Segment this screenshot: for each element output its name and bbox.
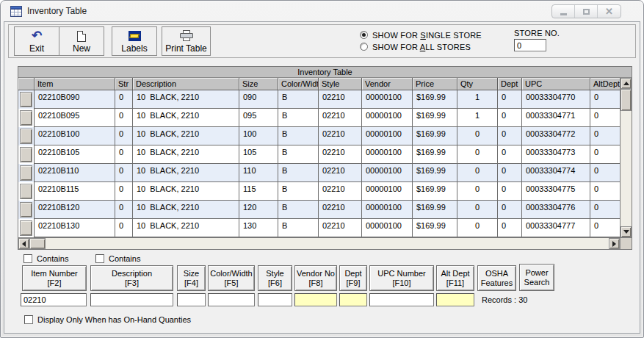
right-arrow-icon [612, 241, 616, 247]
filter-button-vendor-no[interactable]: Vendor No[F8] [294, 265, 337, 291]
scroll-left-button[interactable] [18, 238, 29, 249]
scroll-down-button[interactable] [621, 226, 632, 237]
col-header-upc[interactable]: UPC [522, 78, 590, 90]
row-selector[interactable] [18, 90, 35, 109]
cell-color-width: B [278, 90, 319, 109]
osha-features-button[interactable]: OSHAFeatures [477, 265, 516, 291]
power-search-button[interactable]: PowerSearch [519, 264, 554, 291]
row-selector[interactable] [18, 182, 35, 201]
cell-price: $169.99 [413, 90, 457, 109]
cell-price: $169.99 [413, 219, 457, 237]
item-number-filter-input[interactable] [21, 293, 87, 306]
col-header-item[interactable]: Item [35, 78, 115, 90]
cell-price: $169.99 [413, 182, 457, 201]
table-row[interactable]: 02210B110010 BLACK, 2210110B022100000010… [18, 164, 620, 182]
cell-item: 02210B100 [35, 127, 115, 145]
col-header-dept[interactable]: Dept [498, 78, 522, 90]
vertical-scrollbar[interactable] [620, 78, 632, 237]
vertical-scroll-thumb[interactable] [621, 89, 632, 111]
row-selector[interactable] [18, 201, 35, 219]
contains-checkbox-item[interactable]: Contains [23, 254, 68, 263]
row-selector[interactable] [18, 109, 35, 127]
filter-button-color-width[interactable]: Color/Width[F5] [208, 265, 255, 291]
print-table-button[interactable]: Print Table [162, 26, 211, 56]
store-scope-radio-group: SHOW FOR SINGLE STORE SHOW FOR ALL STORE… [360, 29, 482, 53]
table-row[interactable]: 02210B095010 BLACK, 2210095B022100000010… [18, 109, 620, 127]
table-row[interactable]: 02210B090010 BLACK, 2210090B022100000010… [18, 90, 620, 109]
filter-button-size[interactable]: Size[F4] [177, 265, 206, 291]
cell-price: $169.99 [413, 164, 457, 182]
window-controls: ✕ [551, 4, 621, 18]
row-selector[interactable] [18, 127, 35, 145]
cell-item: 02210B105 [35, 145, 115, 164]
maximize-button[interactable] [575, 5, 598, 18]
labels-button[interactable]: Labels [112, 26, 157, 56]
printer-icon [180, 30, 193, 42]
minimize-button[interactable] [552, 5, 575, 18]
upc-number-filter-input[interactable] [369, 293, 434, 306]
radio-all-stores[interactable]: SHOW FOR ALL STORES [360, 41, 482, 52]
cell-dept: 0 [498, 219, 522, 237]
col-header-size[interactable]: Size [239, 78, 278, 90]
description-filter-input[interactable] [90, 293, 173, 306]
cell-size: 115 [239, 182, 278, 201]
filter-button-description[interactable]: Description[F3] [90, 265, 173, 291]
cell-color-width: B [278, 201, 319, 219]
table-row[interactable]: 02210B130010 BLACK, 2210130B022100000010… [18, 219, 620, 237]
cell-size: 105 [239, 145, 278, 164]
cell-dept: 0 [498, 145, 522, 164]
cell-color-width: B [278, 164, 319, 182]
col-header-qty[interactable]: Qty [457, 78, 498, 90]
style-filter-input[interactable] [258, 293, 292, 306]
scroll-up-button[interactable] [621, 78, 632, 89]
cell-description: 10 BLACK, 2210 [133, 109, 239, 127]
table-row[interactable]: 02210B100010 BLACK, 2210100B022100000010… [18, 127, 620, 145]
vendor-no-filter-input[interactable] [294, 293, 337, 306]
filter-button-style[interactable]: Style[F6] [258, 265, 292, 291]
cell-vendor: 00000100 [362, 182, 413, 201]
cell-style: 02210 [319, 164, 362, 182]
radio-single-store[interactable]: SHOW FOR SINGLE STORE [360, 29, 482, 40]
cell-style: 02210 [319, 109, 362, 127]
filter-button-item-number[interactable]: Item Number[F2] [22, 265, 87, 291]
close-button[interactable]: ✕ [598, 5, 621, 18]
col-header-str[interactable]: Str [115, 78, 133, 90]
table-row[interactable]: 02210B115010 BLACK, 2210115B022100000010… [18, 182, 620, 201]
table-row[interactable]: 02210B105010 BLACK, 2210105B022100000010… [18, 145, 620, 164]
row-selector[interactable] [18, 145, 35, 164]
filter-button-alt-dept[interactable]: Alt Dept[F11] [436, 265, 474, 291]
col-header-price[interactable]: Price [413, 78, 457, 90]
row-selector[interactable] [18, 164, 35, 182]
col-header-color-width[interactable]: Color/Width [278, 78, 319, 90]
alt-dept-filter-input[interactable] [436, 293, 474, 306]
cell-size: 100 [239, 127, 278, 145]
dept-filter-input[interactable] [339, 293, 367, 306]
contains-checkbox-description[interactable]: Contains [95, 254, 140, 263]
display-on-hand-checkbox[interactable]: Display Only When has On-Hand Quanties [24, 315, 191, 324]
col-header-description[interactable]: Description [133, 78, 239, 90]
table-row[interactable]: 02210B120010 BLACK, 2210120B022100000010… [18, 201, 620, 219]
cell-vendor: 00000100 [362, 164, 413, 182]
row-selector[interactable] [18, 219, 35, 237]
col-header-vendor[interactable]: Vendor [362, 78, 413, 90]
radio-selected-icon [360, 31, 368, 39]
cell-vendor: 00000100 [362, 219, 413, 237]
cell-dept: 0 [498, 127, 522, 145]
new-button[interactable]: New [59, 26, 104, 56]
store-no-input[interactable] [514, 39, 546, 51]
radio-unselected-icon [360, 43, 368, 51]
cell-str: 0 [115, 145, 133, 164]
horizontal-scrollbar[interactable] [18, 237, 632, 249]
col-header-style[interactable]: Style [319, 78, 362, 90]
filter-button-dept[interactable]: Dept[F9] [339, 265, 367, 291]
cell-upc: 00033304772 [522, 127, 590, 145]
col-header-altdept[interactable]: AltDept [590, 78, 620, 90]
size-filter-input[interactable] [177, 293, 206, 306]
cell-size: 095 [239, 109, 278, 127]
filter-button-upc-number[interactable]: UPC Number[F10] [369, 265, 434, 291]
exit-button[interactable]: ↶ Exit [14, 26, 59, 56]
cell-dept: 0 [498, 90, 522, 109]
scroll-right-button[interactable] [609, 238, 620, 249]
color-width-filter-input[interactable] [208, 293, 255, 306]
horizontal-scroll-thumb[interactable] [29, 238, 46, 249]
